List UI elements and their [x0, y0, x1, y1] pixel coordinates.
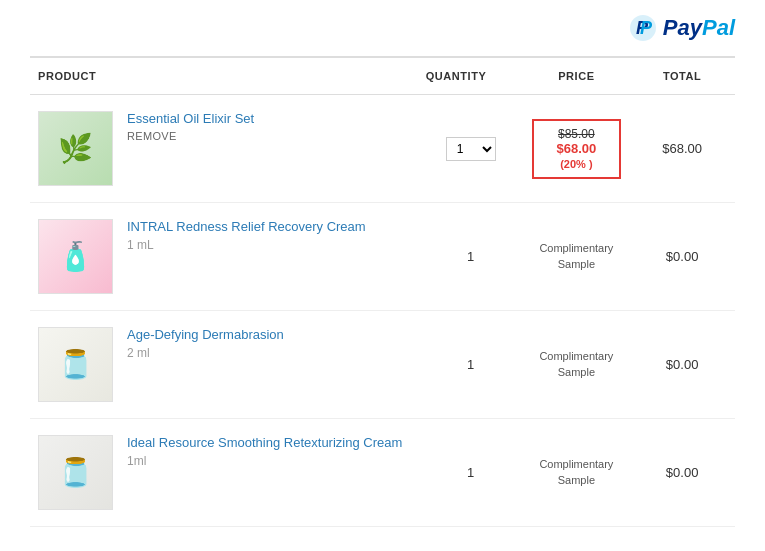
- total-value-3: $0.00: [666, 357, 699, 372]
- price-complimentary-4: ComplimentarySample: [532, 457, 622, 488]
- price-cell-1: $85.00$68.00 (20% ): [524, 95, 630, 203]
- price-original: $85.00: [544, 127, 610, 141]
- table-header-row: Product Quantity Price Total: [30, 58, 735, 95]
- quantity-cell-3: 1: [418, 311, 524, 419]
- table-row: INTRAL Redness Relief Recovery Cream1 mL…: [30, 203, 735, 311]
- total-cell-3: $0.00: [629, 311, 735, 419]
- product-name-2[interactable]: INTRAL Redness Relief Recovery Cream: [127, 219, 366, 234]
- paypal-logo: P P PayPal: [629, 14, 735, 42]
- product-cell-4: Ideal Resource Smoothing Retexturizing C…: [30, 419, 418, 527]
- price-complimentary-2: ComplimentarySample: [532, 241, 622, 272]
- table-row: Ideal Resource Smoothing Retexturizing C…: [30, 419, 735, 527]
- product-cell-3: Age-Defying Dermabrasion2 ml: [30, 311, 418, 419]
- product-size-2: 1 mL: [127, 238, 366, 252]
- price-cell-3: ComplimentarySample: [524, 311, 630, 419]
- quantity-value-4: 1: [467, 465, 474, 480]
- col-header-product: Product: [30, 58, 418, 95]
- product-size-4: 1ml: [127, 454, 402, 468]
- product-image-2: [38, 219, 113, 294]
- total-cell-2: $0.00: [629, 203, 735, 311]
- total-cell-1: $68.00: [629, 95, 735, 203]
- product-size-3: 2 ml: [127, 346, 284, 360]
- svg-text:P: P: [640, 18, 653, 38]
- quantity-cell-2: 1: [418, 203, 524, 311]
- quantity-cell-4: 1: [418, 419, 524, 527]
- product-name-3[interactable]: Age-Defying Dermabrasion: [127, 327, 284, 342]
- table-row: Age-Defying Dermabrasion2 ml1Complimenta…: [30, 311, 735, 419]
- quantity-select-1[interactable]: 12345: [446, 137, 496, 161]
- quantity-value-3: 1: [467, 357, 474, 372]
- price-complimentary-3: ComplimentarySample: [532, 349, 622, 380]
- total-value-2: $0.00: [666, 249, 699, 264]
- col-header-price: Price: [524, 58, 630, 95]
- product-name-4[interactable]: Ideal Resource Smoothing Retexturizing C…: [127, 435, 402, 450]
- product-cell-2: INTRAL Redness Relief Recovery Cream1 mL: [30, 203, 418, 311]
- quantity-value-2: 1: [467, 249, 474, 264]
- paypal-header: P P PayPal: [30, 0, 735, 57]
- product-image-4: [38, 435, 113, 510]
- cart-table: Product Quantity Price Total Essential O…: [30, 57, 735, 527]
- table-row: Essential Oil Elixir SetRemove12345$85.0…: [30, 95, 735, 203]
- product-image-3: [38, 327, 113, 402]
- remove-button-1[interactable]: Remove: [127, 130, 254, 142]
- price-discount-pct: (20% ): [560, 158, 592, 170]
- product-image-1: [38, 111, 113, 186]
- col-header-quantity: Quantity: [418, 58, 524, 95]
- price-cell-2: ComplimentarySample: [524, 203, 630, 311]
- paypal-text: PayPal: [663, 15, 735, 41]
- product-name-1[interactable]: Essential Oil Elixir Set: [127, 111, 254, 126]
- col-header-total: Total: [629, 58, 735, 95]
- total-value-4: $0.00: [666, 465, 699, 480]
- price-cell-4: ComplimentarySample: [524, 419, 630, 527]
- price-highlight-box: $85.00$68.00 (20% ): [532, 119, 622, 179]
- quantity-cell-1[interactable]: 12345: [418, 95, 524, 203]
- total-value-1: $68.00: [662, 141, 702, 156]
- paypal-icon: P P: [629, 14, 657, 42]
- price-discounted: $68.00 (20% ): [544, 141, 610, 171]
- total-cell-4: $0.00: [629, 419, 735, 527]
- product-cell-1: Essential Oil Elixir SetRemove: [30, 95, 418, 203]
